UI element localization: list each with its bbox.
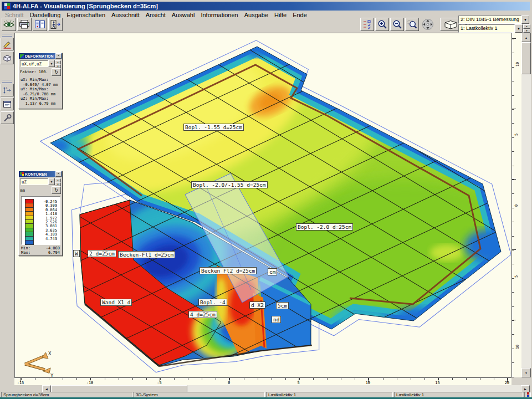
- model-label-wand-x2: 2 d=25cm: [88, 250, 116, 257]
- display-options-button[interactable]: [360, 18, 374, 31]
- deformation-panel: DEFORMATION × uX,uY,uZ ▼ ▲ ▼ Faktor: 100…: [18, 53, 63, 109]
- h-ruler-label: -10: [84, 381, 96, 385]
- zoom-window-icon: [407, 19, 418, 29]
- app-icon: [4, 3, 11, 9]
- menu-item-informationen[interactable]: Informationen: [201, 12, 238, 18]
- menu-item-auswahl[interactable]: Auswahl: [172, 12, 195, 18]
- konturen-component-select[interactable]: uZ: [20, 178, 48, 185]
- konturen-panel-icon: [20, 172, 24, 176]
- konturen-spin-down[interactable]: ▼: [55, 182, 61, 186]
- main-toolbar: [2, 18, 63, 31]
- zoom-window-button[interactable]: [405, 18, 419, 31]
- vertical-scrollbar[interactable]: ▲ ▼: [521, 33, 531, 377]
- small-box-3d-icon: [2, 54, 12, 63]
- axis-indicator: X Y: [25, 351, 54, 377]
- deformation-component-select[interactable]: uX,uY,uZ: [20, 60, 48, 67]
- scroll-up-button[interactable]: ▲: [521, 33, 531, 42]
- model-label-fragment-5cm: 5cm: [276, 302, 289, 309]
- horizontal-ruler: -15 -10 -5 0 5 10 15 20: [14, 377, 511, 385]
- v-ruler-label: 10: [515, 345, 520, 349]
- konturen-dropdown-button[interactable]: ▼: [48, 178, 55, 185]
- deformation-dropdown-button[interactable]: ▼: [48, 60, 55, 67]
- design-combo-value[interactable]: 2: DIN 1045-1 Bemessung: [458, 16, 521, 24]
- zoom-toolbar: ▼: [360, 18, 470, 31]
- toolbar-grip-2[interactable]: [2, 80, 12, 83]
- menu-item-ansicht[interactable]: Ansicht: [146, 12, 166, 18]
- h-ruler-label: 5: [293, 381, 305, 385]
- menu-item-darstellung[interactable]: Darstellung: [30, 12, 61, 18]
- load-combo-spinner: ▲ ▼: [523, 24, 529, 33]
- deformation-values: uX: Min/Max: -0.649/ 4.07 mm uY: Min/Max…: [21, 78, 61, 106]
- title-bar[interactable]: 4H-ALFA - Visualisierung [Sprungbecken d…: [2, 2, 530, 11]
- eye-icon: [3, 19, 15, 29]
- model-label-fragment-nd: nd: [272, 316, 281, 323]
- deformation-panel-icon: [20, 54, 24, 58]
- model-label-4-d25: 4 d=25cm: [188, 311, 217, 318]
- zoom-in-button[interactable]: [375, 18, 389, 31]
- contour-legend: -0.245 0.309 0.864 1.418 1.972 2.526 3.0…: [21, 196, 60, 245]
- deformation-refresh-button[interactable]: ↻: [52, 68, 61, 76]
- menu-item-ausschnitt[interactable]: Ausschnitt: [111, 12, 140, 18]
- manual-button[interactable]: [33, 18, 47, 31]
- view-button[interactable]: [2, 18, 16, 31]
- konturen-spin-up[interactable]: ▲: [55, 178, 61, 182]
- zoom-out-button[interactable]: [390, 18, 404, 31]
- box-3d-icon: [442, 19, 459, 30]
- toolbar-grip[interactable]: [2, 34, 12, 37]
- window-title: 4H-ALFA - Visualisierung [Sprungbecken d…: [13, 3, 158, 9]
- design-combo: 2: DIN 1045-1 Bemessung ▼: [458, 16, 529, 24]
- zoom-in-icon: [377, 19, 388, 29]
- load-spin-down-button[interactable]: ▼: [523, 29, 530, 33]
- konturen-panel-close-button[interactable]: ×: [55, 171, 62, 177]
- h-ruler-label: -15: [14, 381, 27, 385]
- zoom-out-icon: [392, 19, 403, 29]
- model-label-wand-fragment: W: [73, 250, 80, 257]
- edit-button[interactable]: [1, 38, 14, 50]
- legend-swatch: [25, 240, 34, 245]
- properties-panel-button[interactable]: [1, 98, 14, 110]
- book-icon: [34, 19, 46, 29]
- konturen-unit-label: mm: [20, 188, 25, 193]
- model-label-d-x2: d X2: [249, 301, 265, 309]
- deformation-faktor-label: Faktor: 100.: [20, 70, 48, 74]
- status-bar: Sprungbecken d=35cm 3D-System Lastkollek…: [0, 392, 532, 397]
- v-ruler-label: 5: [514, 134, 519, 136]
- konturen-refresh-button[interactable]: ↻: [52, 186, 61, 194]
- viewport-canvas[interactable]: X Y Bopl. -1.55 d=25cm Bopl. -2.0/-1.55 …: [14, 33, 511, 377]
- horizontal-scroll-track[interactable]: ◀ ▶: [42, 385, 530, 392]
- exit-button[interactable]: [48, 18, 63, 31]
- menu-item-eigenschaften[interactable]: Eigenschaften: [66, 12, 105, 18]
- status-load-case: Lastkollektiv 1: [266, 392, 393, 397]
- menu-item-hilfe[interactable]: Hilfe: [274, 12, 287, 18]
- menu-item-ende[interactable]: Ende: [293, 12, 307, 18]
- model-3d-button[interactable]: [1, 52, 14, 64]
- dimension-button[interactable]: L: [1, 84, 14, 96]
- deformation-spin-up[interactable]: ▲: [55, 60, 61, 64]
- vertical-scroll-thumb[interactable]: [521, 42, 531, 74]
- model-label-becken-fl1: Becken-Fl1 d=25cm: [118, 251, 175, 258]
- tools-button[interactable]: [1, 111, 14, 124]
- model-label-bopl-4: Bopl. -4: [198, 299, 227, 306]
- deformation-panel-titlebar[interactable]: DEFORMATION ×: [19, 53, 62, 59]
- load-combo-dropdown-button[interactable]: ▼: [515, 24, 523, 33]
- pencil-icon: [2, 39, 12, 49]
- printer-icon: [18, 19, 30, 29]
- deformation-spin-down[interactable]: ▼: [55, 64, 61, 68]
- dimension-icon: L: [2, 86, 12, 95]
- axis-x-label: X: [48, 351, 52, 356]
- status-system: 3D-System: [134, 392, 265, 397]
- pan-button[interactable]: [420, 18, 436, 30]
- model-label-bopl-155: Bopl. -1.55 d=25cm: [183, 124, 244, 131]
- scroll-down-button[interactable]: ▼: [521, 368, 531, 377]
- load-combo-value[interactable]: 1: Lastkollektiv 1: [458, 24, 515, 33]
- print-button[interactable]: [17, 18, 32, 31]
- legend-value: 4.743: [36, 237, 57, 241]
- vertical-ruler: 10 5 0 5 10: [511, 33, 521, 377]
- design-combo-dropdown-button[interactable]: ▼: [521, 16, 529, 24]
- load-spin-up-button[interactable]: ▲: [523, 24, 530, 29]
- load-combo: 1: Lastkollektiv 1 ▼: [458, 24, 523, 33]
- konturen-panel-titlebar[interactable]: KONTUREN ×: [19, 171, 62, 177]
- horizontal-scrollbar[interactable]: ◀ ▶: [14, 385, 530, 392]
- menu-item-ausgabe[interactable]: Ausgabe: [244, 12, 268, 18]
- deformation-panel-close-button[interactable]: ×: [55, 53, 62, 59]
